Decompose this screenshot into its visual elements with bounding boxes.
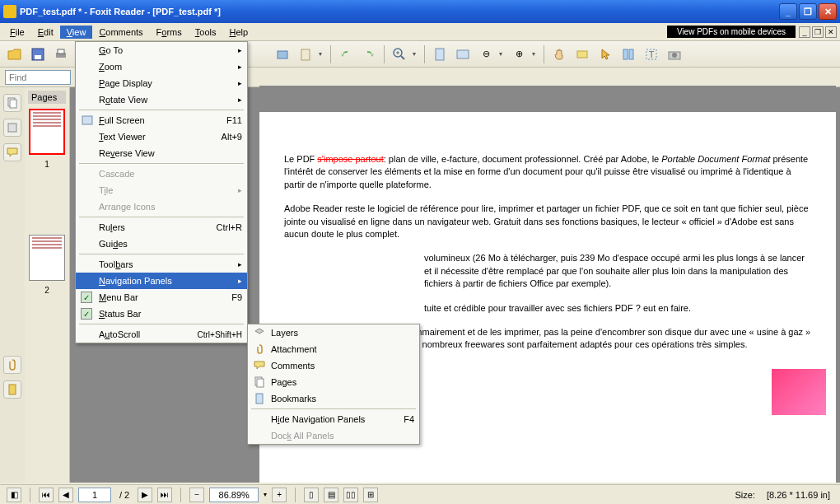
comments-tab[interactable]: [3, 143, 21, 161]
layers-tab[interactable]: [3, 119, 21, 137]
pointer-tool-button[interactable]: [595, 44, 615, 64]
svg-rect-27: [256, 394, 263, 404]
select-tool-button[interactable]: [572, 44, 592, 64]
save-button[interactable]: [28, 44, 48, 64]
menu-help[interactable]: Help: [222, 26, 254, 39]
snapshot-button[interactable]: [273, 44, 292, 64]
menu-edit[interactable]: Edit: [31, 26, 60, 39]
svg-rect-1: [35, 55, 41, 59]
open-button[interactable]: [5, 44, 25, 64]
size-value: [8.26 * 11.69 in]: [763, 490, 833, 500]
find-tool-button[interactable]: [618, 44, 638, 64]
size-label: Size:: [731, 490, 758, 500]
menu-toolbars[interactable]: Toolbars▸: [76, 256, 247, 273]
submenu-comments[interactable]: Comments: [248, 357, 419, 374]
page-thumbnail-2[interactable]: [29, 235, 65, 281]
pages-icon: [253, 376, 266, 389]
find-input[interactable]: [5, 70, 71, 85]
menu-rotate-view[interactable]: Rotate View▸: [76, 91, 247, 108]
submenu-attachment[interactable]: Attachment: [248, 341, 419, 357]
zoomout-dropdown[interactable]: ▾: [499, 50, 506, 58]
zoom-in-button[interactable]: [390, 44, 409, 64]
comments-icon: [253, 359, 266, 372]
menu-cascade: Cascade: [76, 166, 247, 182]
menu-fullscreen[interactable]: Full ScreenF11: [76, 112, 247, 128]
prev-page-button[interactable]: ◀: [58, 488, 73, 502]
page-number-input[interactable]: [78, 488, 111, 502]
menu-navigation-panels[interactable]: Navigation Panels▸: [76, 273, 247, 289]
menu-menubar[interactable]: ✓Menu BarF9: [76, 289, 247, 306]
menu-goto[interactable]: Go To▸: [76, 42, 247, 58]
zoomin-dropdown[interactable]: ▾: [532, 50, 539, 58]
thumb-2-number: 2: [28, 286, 66, 295]
menu-comments[interactable]: Comments: [92, 26, 149, 39]
continuous-facing-view-button[interactable]: ⊞: [363, 488, 378, 502]
last-page-button[interactable]: ⏭: [157, 488, 172, 502]
mdi-close-button[interactable]: ✕: [825, 26, 837, 38]
menubar: File Edit View Comments Forms Tools Help…: [0, 23, 840, 41]
fit-width-button[interactable]: [453, 44, 473, 64]
paragraph-1: Le PDF s'impose partout: plan de ville, …: [284, 153, 811, 191]
zoom-in-status-button[interactable]: +: [272, 488, 287, 502]
ad-banner[interactable]: View PDFs on mobile devices: [667, 26, 796, 38]
clipboard-dropdown[interactable]: ▾: [319, 50, 325, 58]
continuous-view-button[interactable]: ▤: [324, 488, 338, 502]
fit-page-button[interactable]: [430, 44, 450, 64]
single-page-view-button[interactable]: ▯: [304, 488, 319, 502]
menu-zoom[interactable]: Zoom▸: [76, 58, 247, 75]
zoom-out-small-button[interactable]: ⊖: [476, 44, 496, 64]
maximize-button[interactable]: ❐: [799, 3, 817, 20]
menu-guides[interactable]: Guides: [76, 236, 247, 252]
submenu-hide-panels[interactable]: Hide Navigation PanelsF4: [248, 411, 419, 427]
attachment-icon: [253, 343, 266, 356]
page-thumbnail-1[interactable]: [29, 109, 65, 155]
bookmarks-lower-tab[interactable]: [3, 380, 21, 399]
close-button[interactable]: ✕: [819, 3, 837, 20]
submenu-dock-panels: Dock All Panels: [248, 427, 419, 444]
navigation-panels-submenu: Layers Attachment Comments Pages Bookmar…: [247, 324, 420, 445]
pages-panel-title: Pages: [28, 91, 66, 104]
pages-tab[interactable]: [3, 94, 21, 112]
submenu-pages[interactable]: Pages: [248, 374, 419, 390]
zoom-out-status-button[interactable]: −: [189, 488, 204, 502]
redo-button[interactable]: [359, 44, 379, 64]
menu-file[interactable]: File: [3, 26, 31, 39]
menu-arrange-icons: Arrange Icons: [76, 198, 247, 215]
camera-button[interactable]: [665, 44, 684, 64]
attachments-tab[interactable]: [3, 356, 21, 374]
facing-view-button[interactable]: ▯▯: [343, 488, 358, 502]
next-page-button[interactable]: ▶: [138, 488, 152, 502]
svg-rect-23: [9, 385, 16, 394]
submenu-bookmarks[interactable]: Bookmarks: [248, 390, 419, 407]
svg-rect-15: [629, 49, 633, 59]
menu-text-viewer[interactable]: Text ViewerAlt+9: [76, 128, 247, 145]
menu-tools[interactable]: Tools: [189, 26, 223, 39]
text-tool-button[interactable]: T: [642, 44, 661, 64]
zoom-status-dropdown[interactable]: ▾: [264, 491, 267, 498]
toggle-panel-button[interactable]: ◧: [7, 488, 21, 502]
zoom-in-small-button[interactable]: ⊕: [509, 44, 529, 64]
menu-page-display[interactable]: Page Display▸: [76, 75, 247, 91]
svg-rect-22: [8, 124, 16, 132]
paragraph-3: volumineux (26 Mo à télécharger, puis 23…: [284, 252, 811, 290]
clipboard-button[interactable]: [296, 44, 315, 64]
menu-autoscroll[interactable]: AutoScrollCtrl+Shift+H: [76, 326, 247, 343]
svg-rect-5: [278, 51, 287, 58]
undo-button[interactable]: [336, 44, 356, 64]
menu-rulers[interactable]: RulersCtrl+R: [76, 219, 247, 236]
svg-rect-14: [623, 49, 628, 59]
menu-statusbar[interactable]: ✓Status Bar: [76, 306, 247, 322]
print-button[interactable]: [51, 44, 71, 64]
menu-tile: Tile▸: [76, 182, 247, 198]
first-page-button[interactable]: ⏮: [39, 488, 54, 502]
hand-tool-button[interactable]: [549, 44, 569, 64]
menu-view[interactable]: View: [60, 26, 93, 39]
menu-forms[interactable]: Forms: [150, 26, 189, 39]
minimize-button[interactable]: _: [779, 3, 797, 20]
mdi-minimize-button[interactable]: _: [799, 26, 810, 38]
mdi-restore-button[interactable]: ❐: [812, 26, 824, 38]
menu-reverse-view[interactable]: Reverse View: [76, 145, 247, 161]
zoom-input[interactable]: [209, 488, 259, 502]
submenu-layers[interactable]: Layers: [248, 324, 419, 341]
zoom-dropdown[interactable]: ▾: [413, 50, 419, 58]
